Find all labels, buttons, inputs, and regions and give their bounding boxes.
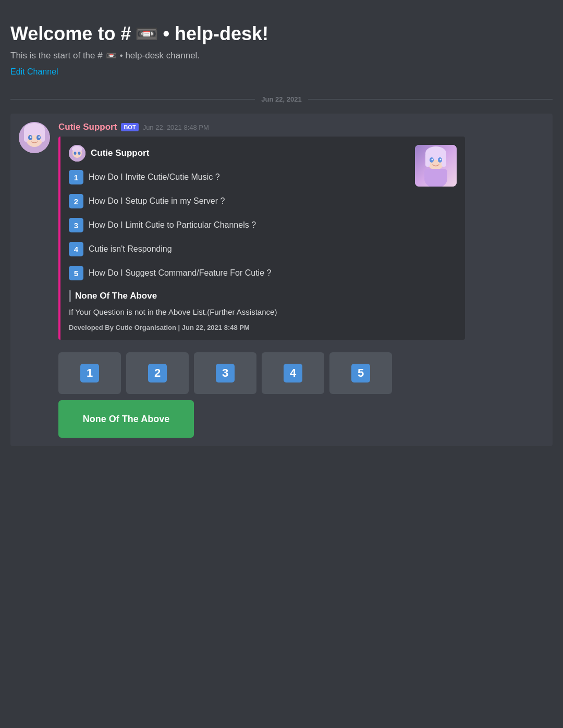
- bot-badge: BOT: [121, 123, 138, 131]
- svg-rect-13: [425, 153, 430, 167]
- date-divider: Jun 22, 2021: [10, 95, 553, 103]
- svg-point-18: [440, 159, 442, 161]
- button-2[interactable]: 2: [126, 352, 189, 394]
- button-4-label: 4: [284, 364, 302, 382]
- message-block: Cutie Support BOT Jun 22, 2021 8:48 PM: [10, 114, 553, 446]
- avatar: [19, 122, 50, 153]
- title-prefix: Welcome to #: [10, 23, 131, 45]
- none-above-bar: [69, 290, 71, 302]
- none-above-heading: None Of The Above: [69, 290, 457, 302]
- embed-author: Cutie Support: [69, 145, 457, 162]
- number-buttons-row: 1 2 3 4 5: [58, 352, 544, 394]
- button-5[interactable]: 5: [329, 352, 392, 394]
- button-5-label: 5: [351, 364, 370, 382]
- username: Cutie Support: [58, 122, 117, 132]
- menu-number-1: 1: [69, 170, 83, 184]
- svg-rect-20: [424, 169, 447, 179]
- menu-label-3: How Do I Limit Cutie to Particular Chann…: [89, 220, 256, 230]
- menu-number-5: 5: [69, 266, 83, 280]
- divider-line-right: [308, 99, 553, 100]
- svg-rect-14: [442, 153, 446, 167]
- menu-item-4: 4 Cutie isn't Responding: [69, 242, 457, 256]
- divider-line-left: [10, 99, 255, 100]
- svg-rect-3: [24, 129, 28, 142]
- svg-point-23: [72, 146, 82, 152]
- embed-card: Cutie Support 1 How Do I Invite Cutie/Cu…: [58, 137, 465, 340]
- title-suffix: • help-desk!: [163, 23, 268, 45]
- button-4[interactable]: 4: [262, 352, 324, 394]
- embed-avatar-icon: [69, 145, 85, 162]
- menu-number-2: 2: [69, 194, 83, 208]
- button-3[interactable]: 3: [194, 352, 256, 394]
- svg-rect-4: [41, 129, 45, 142]
- none-above-button[interactable]: None Of The Above: [58, 400, 194, 438]
- date-divider-text: Jun 22, 2021: [261, 95, 301, 103]
- menu-label-1: How Do I Invite Cutie/Cutie Music ?: [89, 172, 220, 182]
- button-1[interactable]: 1: [58, 352, 121, 394]
- menu-label-4: Cutie isn't Responding: [89, 244, 172, 254]
- button-3-label: 3: [216, 364, 235, 382]
- none-above-title-text: None Of The Above: [75, 291, 157, 301]
- svg-point-17: [432, 159, 433, 161]
- menu-item-3: 3 How Do I Limit Cutie to Particular Cha…: [69, 218, 457, 232]
- none-above-section: None Of The Above If Your Question is no…: [69, 290, 457, 316]
- tape-emoji-1: 📼: [135, 23, 158, 45]
- subtitle-prefix: This is the start of the #: [10, 51, 103, 61]
- subtitle-suffix: • help-desk channel.: [120, 51, 200, 61]
- message-content: Cutie Support BOT Jun 22, 2021 8:48 PM: [58, 122, 544, 438]
- embed-description: If Your Question is not in the Above Lis…: [69, 307, 457, 316]
- embed-footer: Developed By Cutie Organisation | Jun 22…: [69, 324, 457, 331]
- menu-number-4: 4: [69, 242, 83, 256]
- svg-point-24: [74, 152, 77, 155]
- avatar-image: [19, 122, 50, 153]
- channel-title: Welcome to # 📼 • help-desk!: [10, 23, 553, 45]
- button-2-label: 2: [148, 364, 167, 382]
- embed-thumbnail: [415, 145, 457, 187]
- svg-point-7: [30, 137, 32, 138]
- svg-point-8: [39, 137, 40, 138]
- menu-item-1: 1 How Do I Invite Cutie/Cutie Music ?: [69, 170, 457, 184]
- menu-items-list: 1 How Do I Invite Cutie/Cutie Music ? 2 …: [69, 170, 457, 280]
- message-timestamp: Jun 22, 2021 8:48 PM: [143, 124, 209, 131]
- channel-header: Welcome to # 📼 • help-desk! This is the …: [10, 13, 553, 85]
- channel-subtitle: This is the start of the # 📼 • help-desk…: [10, 50, 553, 61]
- button-1-label: 1: [80, 364, 99, 382]
- menu-label-5: How Do I Suggest Command/Feature For Cut…: [89, 268, 271, 278]
- embed-title: Cutie Support: [91, 148, 149, 158]
- menu-label-2: How Do I Setup Cutie in my Server ?: [89, 196, 225, 206]
- tape-emoji-2: 📼: [106, 50, 117, 61]
- menu-number-3: 3: [69, 218, 83, 232]
- edit-channel-link[interactable]: Edit Channel: [10, 67, 58, 76]
- menu-item-2: 2 How Do I Setup Cutie in my Server ?: [69, 194, 457, 208]
- menu-item-5: 5 How Do I Suggest Command/Feature For C…: [69, 266, 457, 280]
- svg-point-25: [78, 152, 81, 155]
- message-header: Cutie Support BOT Jun 22, 2021 8:48 PM: [58, 122, 544, 132]
